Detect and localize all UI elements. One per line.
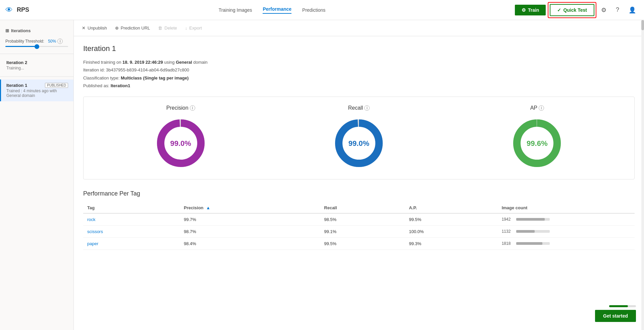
precision-label: Precision i [154, 105, 208, 111]
tag-scissors-link[interactable]: scissors [87, 229, 103, 234]
ap-value: 99.6% [527, 139, 547, 148]
scrollbar-thumb[interactable] [641, 20, 644, 30]
scissors-precision: 98.7% [180, 225, 320, 237]
prob-info-icon[interactable]: i [57, 39, 63, 44]
delete-button[interactable]: 🗑 Delete [158, 24, 177, 32]
main-content: ✕ Unpublish ⊕ Prediction URL 🗑 Delete ↓ … [74, 20, 644, 330]
meta-published-as: Iteration1 [111, 83, 130, 88]
app-header: 👁 RPS Training Images Performance Predic… [0, 0, 644, 20]
per-tag-title: Performance Per Tag [83, 190, 635, 197]
meta-line-3: Classification type: Multiclass (Single … [83, 74, 635, 82]
iteration-2-status: Training... [6, 66, 68, 70]
table-body: rock 99.7% 98.5% 99.5% 1942 sc [83, 213, 635, 250]
scrollbar[interactable] [641, 20, 644, 330]
prob-threshold-label: Probability Threshold: 50% i [5, 39, 68, 44]
nav-performance[interactable]: Performance [263, 6, 291, 14]
iteration-1-badge: PUBLISHED [45, 83, 68, 88]
iteration-item-2[interactable]: Iteration 2 Training... [0, 57, 73, 74]
prediction-url-label: Prediction URL [121, 25, 150, 31]
meta-domain: General [176, 60, 192, 65]
progress-bar [609, 305, 636, 307]
slider-thumb[interactable] [35, 44, 39, 49]
scissors-count: 1132 [498, 225, 635, 237]
recall-value: 99.0% [348, 139, 369, 148]
precision-info-icon[interactable]: i [190, 105, 195, 111]
unpublish-button[interactable]: ✕ Unpublish [82, 24, 107, 32]
ap-info-icon[interactable]: i [539, 105, 544, 111]
iteration-1-header: Iteration 1 PUBLISHED [6, 83, 68, 88]
precision-donut: 99.0% [154, 116, 208, 171]
export-label: Export [189, 25, 202, 31]
tag-rock-link[interactable]: rock [87, 217, 96, 222]
tag-paper-link[interactable]: paper [87, 241, 98, 246]
meta-line-2: Iteration id: 3b437955-b839-4104-ab04-6d… [83, 66, 635, 74]
paper-count: 1818 [498, 237, 635, 250]
metrics-card: Precision i 99.0% Recall [83, 97, 635, 179]
table-row: rock 99.7% 98.5% 99.5% 1942 [83, 213, 635, 226]
metric-precision: Precision i 99.0% [154, 105, 208, 171]
paper-ap: 99.3% [405, 237, 497, 250]
slider-fill [5, 46, 37, 47]
iterations-icon: ⊞ [5, 28, 9, 33]
meta-line-1: Finished training on 18. 9. 2019 22:46:2… [83, 58, 635, 66]
export-button[interactable]: ↓ Export [185, 24, 202, 32]
col-image-count[interactable]: Image count [498, 203, 635, 213]
quick-test-button[interactable]: ✓ Quick Test [550, 4, 594, 16]
metric-recall: Recall i 99.0% [332, 105, 386, 171]
rock-ap: 99.5% [405, 213, 497, 226]
nav-training-images[interactable]: Training Images [219, 7, 252, 13]
sidebar-divider-2 [0, 76, 73, 77]
col-tag[interactable]: Tag [83, 203, 180, 213]
iteration-1-status: Trained : 4 minutes ago with General dom… [6, 89, 68, 98]
ap-donut: 99.6% [510, 116, 564, 171]
iteration-1-name: Iteration 1 [6, 83, 27, 88]
probability-slider[interactable] [5, 46, 68, 47]
iteration-2-header: Iteration 2 [6, 60, 68, 65]
content-area: Iteration 1 Finished training on 18. 9. … [74, 36, 644, 258]
col-precision[interactable]: Precision ▲ [180, 203, 320, 213]
paper-recall: 99.5% [320, 237, 405, 250]
iteration-2-name: Iteration 2 [6, 60, 27, 65]
col-recall[interactable]: Recall [320, 203, 405, 213]
performance-table: Tag Precision ▲ Recall A.P. Image count … [83, 203, 635, 250]
scissors-ap: 100.0% [405, 225, 497, 237]
iteration-title: Iteration 1 [83, 44, 635, 53]
check-icon: ✓ [557, 7, 561, 13]
sort-arrow-icon: ▲ [206, 205, 210, 210]
sidebar: ⊞ Iterations Probability Threshold: 50% … [0, 20, 74, 330]
help-icon[interactable]: ? [613, 5, 622, 15]
get-started-button[interactable]: Get started [595, 310, 636, 322]
recall-label: Recall i [332, 105, 386, 111]
header-right: ⚙ Train ✓ Quick Test ⚙ ? 👤 [515, 4, 639, 16]
iterations-section-title: ⊞ Iterations [0, 25, 73, 36]
unpublish-label: Unpublish [88, 25, 107, 31]
export-icon: ↓ [185, 25, 187, 31]
precision-value: 99.0% [170, 139, 191, 148]
train-button[interactable]: ⚙ Train [515, 5, 546, 15]
prediction-url-button[interactable]: ⊕ Prediction URL [115, 24, 150, 32]
delete-icon: 🗑 [158, 25, 162, 31]
nav-predictions[interactable]: Predictions [302, 7, 325, 13]
meta-classification: Multiclass (Single tag per image) [121, 75, 189, 80]
settings-icon[interactable]: ⚙ [598, 5, 609, 15]
recall-info-icon[interactable]: i [364, 105, 370, 111]
meta-id: 3b437955-b839-4104-ab04-6d9adb27c800 [106, 67, 189, 72]
app-name: RPS [17, 6, 29, 13]
app-body: ⊞ Iterations Probability Threshold: 50% … [0, 20, 644, 330]
meta-info: Finished training on 18. 9. 2019 22:46:2… [83, 58, 635, 90]
progress-bar-fill [609, 305, 628, 307]
slider-track [5, 46, 68, 47]
avatar[interactable]: 👤 [626, 5, 639, 15]
header-left: 👁 RPS [5, 6, 29, 14]
recall-donut: 99.0% [332, 116, 386, 171]
rock-precision: 99.7% [180, 213, 320, 226]
iteration-item-1[interactable]: Iteration 1 PUBLISHED Trained : 4 minute… [0, 79, 73, 101]
metric-ap: AP i 99.6% [510, 105, 564, 171]
quick-test-button-label: Quick Test [563, 7, 587, 13]
prediction-url-icon: ⊕ [115, 25, 119, 31]
gear-icon: ⚙ [522, 7, 526, 13]
table-row: paper 98.4% 99.5% 99.3% 1818 [83, 237, 635, 250]
table-row: scissors 98.7% 99.1% 100.0% 1132 [83, 225, 635, 237]
col-ap[interactable]: A.P. [405, 203, 497, 213]
header-nav: Training Images Performance Predictions [219, 6, 326, 14]
